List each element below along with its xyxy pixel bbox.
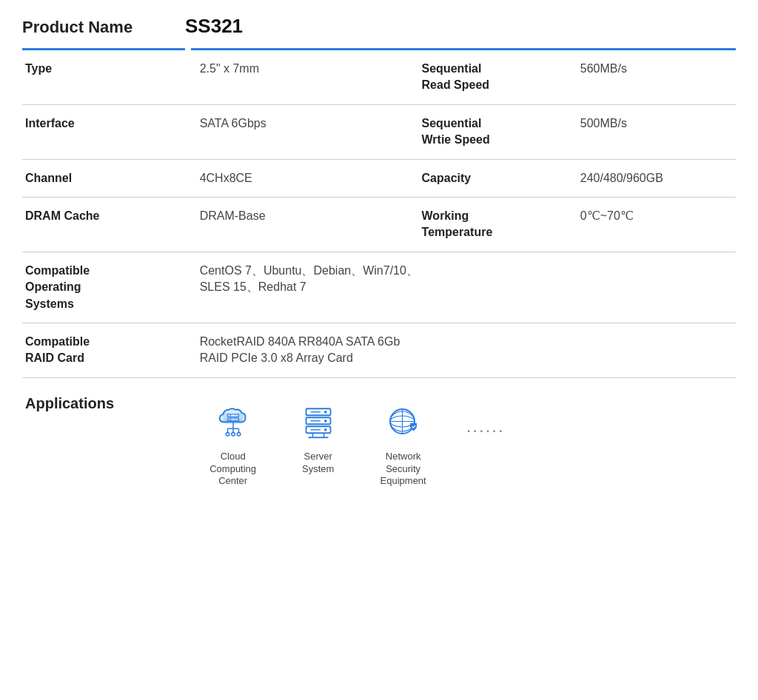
seq-write-value: 500MB/s [577,104,736,159]
working-temp-label: WorkingTemperature [419,197,577,252]
cloud-computing-label: Cloud ComputingCenter [200,451,266,488]
interface-label: Interface [22,104,197,159]
icon-server-system: ServerSystem [296,400,341,476]
seq-write-label: SequentialWrtie Speed [419,104,577,159]
icons-container: Cloud ComputingCenter [200,393,728,488]
seq-read-value: 560MB/s [577,50,736,104]
table-row-dram: DRAM Cache DRAM-Base WorkingTemperature … [22,197,736,252]
dram-label: DRAM Cache [22,197,197,252]
table-row-interface: Interface SATA 6Gbps SequentialWrtie Spe… [22,104,736,159]
seq-read-label: SequentialRead Speed [419,50,577,104]
table-row-type: Type 2.5" x 7mm SequentialRead Speed 560… [22,50,736,104]
header-divider [22,48,736,50]
compatible-raid-value: RocketRAID 840A RR840A SATA 6GbRAID PCIe… [197,323,736,377]
working-temp-value: 0℃~70℃ [577,197,736,252]
table-row-raid: CompatibleRAID Card RocketRAID 840A RR84… [22,323,736,377]
compatible-raid-label: CompatibleRAID Card [22,323,197,377]
network-security-icon [381,400,426,445]
type-value: 2.5" x 7mm [197,50,419,104]
blue-line-right [191,48,736,50]
svg-point-15 [237,432,241,436]
capacity-label: Capacity [419,159,577,197]
server-system-icon [296,400,341,445]
applications-icons-cell: Cloud ComputingCenter [197,377,736,498]
type-label: Type [22,50,197,104]
interface-value: SATA 6Gbps [197,104,419,159]
network-security-label: Network SecurityEquipment [370,451,437,488]
icon-network-security: Network SecurityEquipment [370,400,437,488]
server-system-label: ServerSystem [302,451,334,476]
ellipsis-item: ...... [466,400,505,439]
svg-point-13 [226,432,229,436]
product-name-label: Product Name [22,15,185,37]
table-row-applications: Applications [22,377,736,498]
svg-point-14 [231,432,235,436]
cloud-computing-icon [211,400,255,445]
dram-value: DRAM-Base [197,197,419,252]
svg-point-17 [324,411,327,414]
table-row-os: CompatibleOperatingSystems CentOS 7、Ubun… [22,252,736,323]
svg-point-23 [324,428,327,431]
product-header: Product Name SS321 [22,15,736,45]
svg-point-20 [324,420,327,423]
specs-table: Type 2.5" x 7mm SequentialRead Speed 560… [22,50,736,498]
product-name-value: SS321 [185,15,243,38]
compatible-os-label: CompatibleOperatingSystems [22,252,197,323]
channel-value: 4CHx8CE [197,159,419,197]
blue-line-left [22,48,185,50]
channel-label: Channel [22,159,197,197]
capacity-value: 240/480/960GB [577,159,736,197]
icon-cloud-computing: Cloud ComputingCenter [200,400,266,488]
ellipsis-icon: ...... [466,400,505,439]
compatible-os-value: CentOS 7、Ubuntu、Debian、Win7/10、SLES 15、R… [197,252,736,323]
applications-label: Applications [22,377,197,498]
table-row-channel: Channel 4CHx8CE Capacity 240/480/960GB [22,159,736,197]
